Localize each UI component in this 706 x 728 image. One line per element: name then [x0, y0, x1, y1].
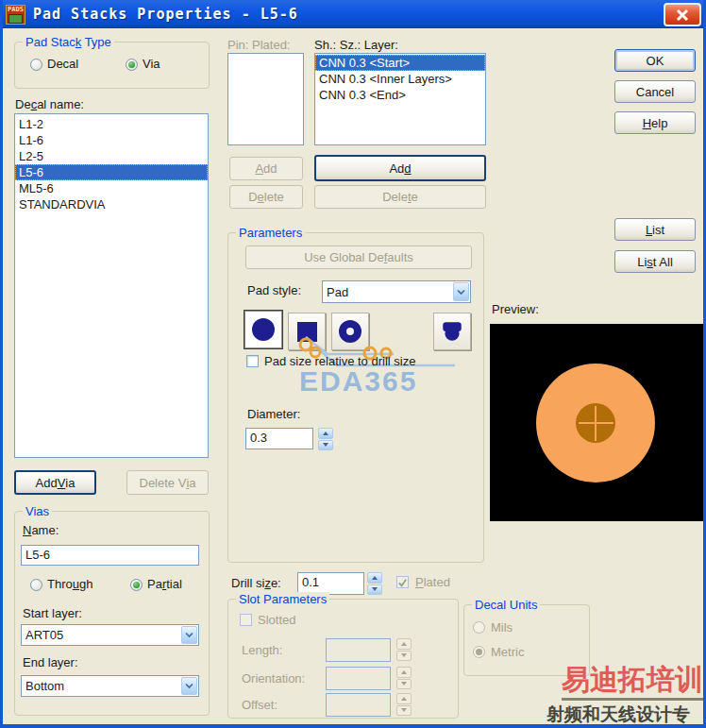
check-icon [397, 578, 408, 588]
vias-group-label: Vias [23, 504, 52, 518]
spinner-down-icon [396, 651, 412, 662]
length-spinner [396, 638, 412, 661]
via-radio-label[interactable]: Via [143, 57, 160, 71]
pad-stack-type-label: Pad Stack Type [23, 35, 114, 49]
end-layer-value: Bottom [22, 679, 180, 693]
decal-units-group: Decal Units Mils Metric [463, 604, 590, 676]
offset-spinner [396, 693, 412, 716]
add-via-button[interactable]: Add Via [14, 470, 96, 495]
parameters-group: Parameters Use Global Defaults Pad style… [227, 232, 484, 563]
list-item-selected[interactable]: CNN 0.3 <Start> [315, 55, 485, 71]
partial-radio[interactable] [130, 579, 143, 591]
mils-radio [473, 621, 485, 634]
spinner-up-icon [396, 667, 412, 678]
list-item[interactable]: L1-2 [15, 116, 208, 132]
pad-shape-square-button[interactable] [288, 313, 326, 350]
list-button[interactable]: List [614, 218, 696, 241]
via-radio[interactable] [126, 59, 138, 71]
partial-radio-label[interactable]: Partial [147, 577, 182, 591]
spinner-down-icon [396, 705, 412, 717]
pin-plated-header: Pin: Plated: [227, 38, 291, 52]
pin-delete-button: Delete [229, 185, 303, 209]
diameter-label: Diameter: [247, 407, 300, 421]
chevron-down-icon[interactable] [181, 626, 197, 644]
pad-shape-odd-button[interactable] [433, 313, 471, 350]
diameter-input[interactable]: 0.3 [245, 428, 313, 449]
length-input [326, 638, 391, 662]
pad-shape-circle-button[interactable] [244, 310, 283, 349]
eda365-watermark: EDA365 [299, 365, 417, 398]
delete-via-button: Delete Via [126, 470, 209, 495]
vias-group: Vias Name: L5-6 Through Partial Start la… [14, 511, 210, 716]
pad-size-relative-checkbox[interactable] [246, 355, 259, 367]
shape-size-layer-header: Sh.: Sz.: Layer: [314, 38, 398, 52]
pad-size-relative-label[interactable]: Pad size relative to drill size [264, 354, 415, 368]
list-all-button[interactable]: List All [614, 250, 696, 273]
via-name-input[interactable]: L5-6 [21, 545, 199, 566]
through-radio-label[interactable]: Through [47, 577, 92, 591]
square-pad-icon [297, 322, 317, 342]
titlebar[interactable]: PADS Pad Stacks Properties - L5-6 [0, 0, 706, 28]
drill-size-spinner[interactable] [367, 572, 382, 595]
cancel-button[interactable]: Cancel [614, 80, 696, 103]
chevron-down-icon[interactable] [453, 282, 469, 301]
metric-radio-label: Metric [491, 645, 524, 659]
list-item[interactable]: ML5-6 [15, 180, 208, 196]
layer-add-button[interactable]: Add [314, 155, 486, 181]
help-button[interactable]: Help [614, 111, 696, 134]
parameters-group-label: Parameters [236, 226, 305, 240]
orientation-label: Orientation: [242, 671, 305, 686]
length-label: Length: [242, 643, 282, 657]
close-icon [676, 8, 689, 22]
preview-crosshair [595, 406, 597, 441]
pad-style-combobox[interactable]: Pad [322, 280, 471, 303]
spinner-up-icon[interactable] [318, 428, 333, 439]
pad-style-label: Pad style: [247, 283, 301, 297]
list-item[interactable]: CNN 0.3 <End> [315, 87, 485, 103]
orientation-spinner [396, 667, 412, 689]
pads-app-icon-label: PADS [7, 6, 25, 14]
list-item-selected[interactable]: L5-6 [15, 164, 208, 180]
ok-button[interactable]: OK [614, 49, 696, 72]
offset-label: Offset: [242, 698, 277, 712]
end-layer-combobox[interactable]: Bottom [21, 675, 199, 697]
pin-list[interactable] [227, 53, 304, 145]
list-item[interactable]: STANDARDVIA [15, 196, 208, 212]
spinner-down-icon [396, 679, 412, 690]
slot-parameters-group: Slot Parameters Slotted Length: Orientat… [227, 599, 459, 719]
list-item[interactable]: L1-6 [15, 132, 208, 148]
diameter-spinner[interactable] [318, 428, 333, 450]
window-title: Pad Stacks Properties - L5-6 [33, 6, 298, 23]
layer-list[interactable]: CNN 0.3 <Start> CNN 0.3 <Inner Layers> C… [314, 53, 486, 145]
spinner-down-icon[interactable] [367, 584, 382, 596]
offset-input [326, 693, 391, 717]
slotted-label: Slotted [258, 613, 295, 627]
list-item[interactable]: L2-5 [15, 148, 208, 164]
via-name-label: Name: [23, 523, 59, 537]
decal-name-label: Decal name: [15, 97, 84, 111]
slot-parameters-label: Slot Parameters [236, 592, 329, 606]
list-item[interactable]: CNN 0.3 <Inner Layers> [315, 71, 485, 87]
spinner-down-icon[interactable] [318, 440, 333, 451]
start-layer-value: ART05 [22, 628, 180, 642]
spinner-up-icon[interactable] [367, 572, 382, 584]
annular-pad-icon [339, 320, 361, 343]
start-layer-combobox[interactable]: ART05 [21, 624, 199, 646]
decal-units-label: Decal Units [472, 598, 540, 612]
chevron-down-icon[interactable] [181, 677, 197, 695]
slotted-checkbox [240, 614, 252, 626]
pads-app-icon: PADS [6, 5, 25, 25]
orientation-input [326, 667, 391, 690]
layer-delete-button: Delete [314, 185, 486, 209]
pad-shape-annular-button[interactable] [331, 313, 369, 350]
decal-radio[interactable] [30, 59, 42, 71]
decal-name-list[interactable]: L1-2 L1-6 L2-5 L5-6 ML5-6 STANDARDVIA [14, 113, 209, 458]
preview-label: Preview: [492, 302, 539, 316]
decal-radio-label[interactable]: Decal [47, 57, 78, 71]
through-radio[interactable] [30, 579, 42, 591]
close-button[interactable] [664, 3, 701, 26]
pin-add-button: Add [229, 157, 303, 180]
mils-radio-label: Mils [491, 620, 513, 635]
circle-pad-icon [252, 318, 275, 341]
plated-checkbox [396, 576, 409, 588]
